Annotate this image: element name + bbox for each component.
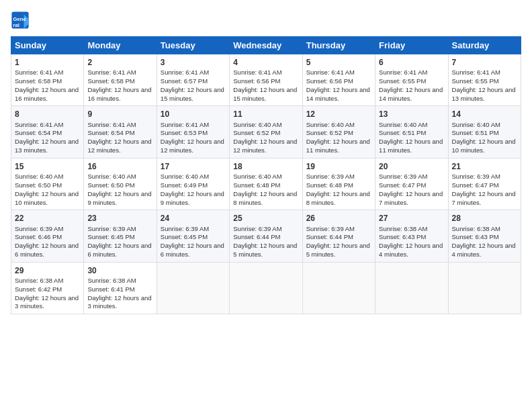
weekday-header-row: SundayMondayTuesdayWednesdayThursdayFrid…: [11, 37, 521, 54]
calendar-cell: 6 Sunrise: 6:41 AM Sunset: 6:55 PM Dayli…: [375, 54, 448, 106]
sunset: Sunset: 6:52 PM: [233, 129, 280, 136]
calendar-week-4: 22 Sunrise: 6:39 AM Sunset: 6:46 PM Dayl…: [11, 210, 521, 262]
calendar-cell: 28 Sunrise: 6:38 AM Sunset: 6:43 PM Dayl…: [448, 210, 521, 262]
calendar-cell: [302, 262, 375, 314]
calendar-cell: 8 Sunrise: 6:41 AM Sunset: 6:54 PM Dayli…: [11, 106, 84, 158]
sunrise: Sunrise: 6:41 AM: [87, 68, 136, 76]
sunset: Sunset: 6:44 PM: [233, 233, 280, 240]
daylight: Daylight: 12 hours and 10 minutes.: [15, 190, 79, 206]
daylight: Daylight: 12 hours and 9 minutes.: [161, 190, 224, 206]
calendar-cell: [157, 262, 229, 314]
sunset: Sunset: 6:56 PM: [306, 77, 353, 85]
sunset: Sunset: 6:55 PM: [452, 77, 499, 85]
sunrise: Sunrise: 6:39 AM: [379, 173, 427, 180]
daylight: Daylight: 12 hours and 13 minutes.: [15, 138, 79, 154]
calendar-cell: [375, 262, 448, 314]
daylight: Daylight: 12 hours and 12 minutes.: [233, 138, 297, 154]
weekday-header-wednesday: Wednesday: [230, 37, 302, 54]
calendar-week-3: 15 Sunrise: 6:40 AM Sunset: 6:50 PM Dayl…: [11, 158, 521, 210]
sunrise: Sunrise: 6:41 AM: [452, 68, 500, 76]
calendar-cell: [230, 262, 302, 314]
calendar-cell: 26 Sunrise: 6:39 AM Sunset: 6:44 PM Dayl…: [302, 210, 375, 262]
calendar-cell: 29 Sunrise: 6:38 AM Sunset: 6:42 PM Dayl…: [11, 262, 84, 314]
calendar-cell: 27 Sunrise: 6:38 AM Sunset: 6:43 PM Dayl…: [375, 210, 448, 262]
sunrise: Sunrise: 6:41 AM: [161, 121, 209, 128]
sunrise: Sunrise: 6:41 AM: [379, 68, 427, 76]
day-number: 20: [379, 161, 444, 172]
calendar-cell: 22 Sunrise: 6:39 AM Sunset: 6:46 PM Dayl…: [11, 210, 84, 262]
day-number: 14: [452, 109, 517, 120]
daylight: Daylight: 12 hours and 15 minutes.: [161, 86, 224, 102]
svg-text:ral: ral: [13, 22, 19, 28]
sunset: Sunset: 6:49 PM: [161, 181, 208, 189]
daylight: Daylight: 12 hours and 3 minutes.: [87, 294, 151, 310]
daylight: Daylight: 12 hours and 13 minutes.: [452, 86, 516, 102]
calendar-cell: 24 Sunrise: 6:39 AM Sunset: 6:45 PM Dayl…: [157, 210, 229, 262]
daylight: Daylight: 12 hours and 6 minutes.: [161, 242, 224, 258]
day-number: 13: [379, 109, 444, 120]
calendar-cell: [448, 262, 521, 314]
sunrise: Sunrise: 6:38 AM: [15, 277, 63, 284]
sunset: Sunset: 6:48 PM: [233, 181, 280, 189]
day-number: 29: [15, 265, 80, 276]
sunrise: Sunrise: 6:41 AM: [15, 121, 63, 128]
sunset: Sunset: 6:50 PM: [15, 181, 62, 189]
calendar-cell: 1 Sunrise: 6:41 AM Sunset: 6:58 PM Dayli…: [11, 54, 84, 106]
daylight: Daylight: 12 hours and 9 minutes.: [87, 190, 151, 206]
calendar-cell: 15 Sunrise: 6:40 AM Sunset: 6:50 PM Dayl…: [11, 158, 84, 210]
sunset: Sunset: 6:55 PM: [379, 77, 426, 85]
sunset: Sunset: 6:51 PM: [452, 129, 499, 136]
day-number: 8: [15, 109, 80, 120]
daylight: Daylight: 12 hours and 4 minutes.: [452, 242, 516, 258]
calendar-cell: 2 Sunrise: 6:41 AM Sunset: 6:58 PM Dayli…: [84, 54, 157, 106]
sunset: Sunset: 6:45 PM: [161, 233, 208, 240]
calendar-table: SundayMondayTuesdayWednesdayThursdayFrid…: [11, 36, 521, 314]
sunrise: Sunrise: 6:40 AM: [452, 121, 500, 128]
daylight: Daylight: 12 hours and 16 minutes.: [87, 86, 151, 102]
day-number: 11: [233, 109, 298, 120]
day-number: 1: [15, 57, 80, 68]
day-number: 12: [306, 109, 371, 120]
sunset: Sunset: 6:41 PM: [87, 285, 134, 293]
svg-text:Gene: Gene: [13, 16, 27, 22]
daylight: Daylight: 12 hours and 6 minutes.: [15, 242, 79, 258]
daylight: Daylight: 12 hours and 5 minutes.: [233, 242, 297, 258]
daylight: Daylight: 12 hours and 7 minutes.: [452, 190, 516, 206]
day-number: 9: [87, 109, 152, 120]
day-number: 5: [306, 57, 371, 68]
sunrise: Sunrise: 6:41 AM: [233, 68, 281, 76]
sunset: Sunset: 6:47 PM: [452, 181, 499, 189]
day-number: 30: [87, 265, 152, 276]
weekday-header-thursday: Thursday: [302, 37, 375, 54]
sunset: Sunset: 6:56 PM: [233, 77, 280, 85]
day-number: 22: [15, 213, 80, 224]
logo: Gene ral: [11, 11, 32, 30]
sunrise: Sunrise: 6:39 AM: [161, 225, 209, 232]
calendar-cell: 4 Sunrise: 6:41 AM Sunset: 6:56 PM Dayli…: [230, 54, 302, 106]
calendar-cell: 7 Sunrise: 6:41 AM Sunset: 6:55 PM Dayli…: [448, 54, 521, 106]
day-number: 3: [161, 57, 226, 68]
sunrise: Sunrise: 6:40 AM: [233, 121, 281, 128]
sunrise: Sunrise: 6:40 AM: [233, 173, 281, 180]
daylight: Daylight: 12 hours and 16 minutes.: [15, 86, 79, 102]
sunset: Sunset: 6:44 PM: [306, 233, 353, 240]
day-number: 23: [87, 213, 152, 224]
day-number: 17: [161, 161, 226, 172]
sunset: Sunset: 6:53 PM: [161, 129, 208, 136]
daylight: Daylight: 12 hours and 11 minutes.: [306, 138, 370, 154]
daylight: Daylight: 12 hours and 11 minutes.: [379, 138, 443, 154]
sunrise: Sunrise: 6:39 AM: [15, 225, 63, 232]
sunrise: Sunrise: 6:40 AM: [15, 173, 63, 180]
calendar-cell: 9 Sunrise: 6:41 AM Sunset: 6:54 PM Dayli…: [84, 106, 157, 158]
calendar-cell: 25 Sunrise: 6:39 AM Sunset: 6:44 PM Dayl…: [230, 210, 302, 262]
sunset: Sunset: 6:57 PM: [161, 77, 208, 85]
sunrise: Sunrise: 6:41 AM: [15, 68, 63, 76]
sunrise: Sunrise: 6:41 AM: [306, 68, 355, 76]
logo-icon: Gene ral: [11, 11, 30, 30]
weekday-header-tuesday: Tuesday: [157, 37, 229, 54]
calendar-cell: 23 Sunrise: 6:39 AM Sunset: 6:45 PM Dayl…: [84, 210, 157, 262]
day-number: 15: [15, 161, 80, 172]
daylight: Daylight: 12 hours and 5 minutes.: [306, 242, 370, 258]
sunrise: Sunrise: 6:38 AM: [452, 225, 500, 232]
day-number: 6: [379, 57, 444, 68]
